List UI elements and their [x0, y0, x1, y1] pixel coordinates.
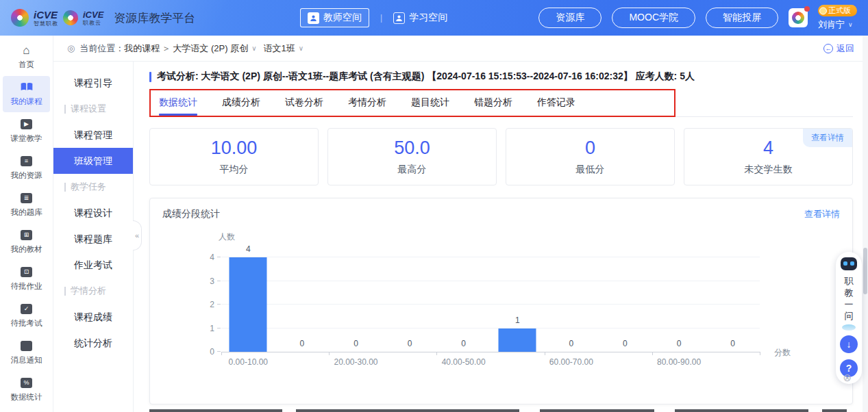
sidebar-item-courses[interactable]: 我的课程 [3, 76, 50, 112]
back-arrow-icon: ← [823, 44, 833, 53]
stats-row: 10.00平均分50.0最高分0最低分4未交学生数查看详情 [149, 128, 853, 185]
submenu-section-4: 教学任务 [53, 174, 133, 200]
submenu-item-5[interactable]: 课程设计 [53, 200, 133, 226]
x-category-label: 0.00-10.00 [229, 357, 268, 367]
y-tick-label: 2 [210, 300, 214, 309]
sidebar-item-textbook[interactable]: ⊞我的教材 [3, 224, 50, 260]
breadcrumb-my-courses[interactable]: 我的课程 [124, 42, 160, 55]
bar-value-label: 4 [246, 244, 251, 254]
robot-assistant-icon[interactable] [841, 257, 857, 270]
sidebar-item-exam[interactable]: ✓待批考试 [3, 298, 50, 334]
user-menu[interactable]: 正式版 刘肯宁 ∨ [818, 5, 857, 31]
title-accent-bar [149, 72, 151, 82]
sidebar-item-homework[interactable]: ⊡待批作业 [3, 261, 50, 297]
y-tick-mark [217, 257, 221, 257]
sidebar-item-question-bank[interactable]: ≣我的题库 [3, 187, 50, 223]
nav-teacher-space[interactable]: 教师空间 [300, 8, 369, 27]
submenu-item-6[interactable]: 课程题库 [53, 226, 133, 252]
header-pill-0[interactable]: 资源库 [538, 8, 602, 28]
sidebar-item-message[interactable]: 消息通知 [3, 335, 50, 371]
tab-4[interactable]: 题目统计 [411, 90, 449, 116]
tab-1[interactable]: 成绩分析 [222, 90, 260, 116]
submenu: « 课程引导课程设置课程管理班级管理教学任务课程设计课程题库作业考试学情分析课程… [53, 62, 134, 412]
app-window: iCVE 智慧职教 iCVE 职教云 资源库教学平台 教师空间 | [0, 0, 868, 412]
submenu-item-3[interactable]: 班级管理 [53, 148, 133, 174]
x-axis-name: 分数 [774, 347, 791, 359]
logo2-sub: 职教云 [83, 21, 103, 26]
nav-learning-space[interactable]: 学习空间 [393, 12, 447, 24]
question-bank-icon: ≣ [21, 193, 32, 203]
x-tick-mark [329, 352, 330, 355]
sidebar-item-label: 我的课程 [3, 96, 50, 107]
assistant-widget[interactable]: 职教一问 ↓ ? [836, 252, 862, 384]
statistics-icon: % [21, 378, 32, 388]
chart-slot-9: 0 [706, 257, 760, 352]
teacher-space-label: 教师空间 [323, 12, 362, 24]
x-category-label: 20.00-30.00 [334, 357, 377, 367]
tab-3[interactable]: 考情分析 [348, 90, 386, 116]
sidebar-item-label: 数据统计 [3, 392, 50, 402]
submenu-item-7[interactable]: 作业考试 [53, 252, 133, 278]
stats-view-detail-button[interactable]: 查看详情 [803, 129, 852, 147]
stat-value: 4 [763, 138, 773, 159]
submenu-section-label: 课程设置 [71, 103, 106, 115]
sidebar-item-resources[interactable]: ≡我的资源 [3, 150, 50, 186]
assistant-label-char: 教 [845, 287, 854, 298]
tabs-zone: 数据统计成绩分析试卷分析考情分析题目统计错题分析作答记录 [149, 89, 853, 117]
header-pill-1[interactable]: MOOC学院 [612, 8, 695, 28]
breadcrumb-class-dropdown[interactable]: 语文1班 [263, 42, 295, 55]
tab-2[interactable]: 试卷分析 [285, 90, 323, 116]
y-axis-name: 人数 [219, 231, 235, 243]
tab-5[interactable]: 错题分析 [474, 90, 512, 116]
user-chevron-down-icon: ∨ [848, 21, 853, 28]
stat-label: 未交学生数 [745, 164, 793, 176]
breadcrumb-label: 当前位置： [79, 42, 124, 55]
y-tick-label: 3 [210, 276, 214, 286]
submenu-item-2[interactable]: 课程管理 [53, 122, 133, 148]
header-pills: 资源库MOOC学院智能投屏 [538, 8, 778, 28]
class-chevron-down-icon[interactable]: ∨ [299, 44, 303, 52]
scrollbar-thumb[interactable] [863, 248, 867, 294]
back-button[interactable]: ← 返回 [823, 42, 854, 55]
tab-0[interactable]: 数据统计 [159, 90, 197, 116]
header-pill-2[interactable]: 智能投屏 [706, 8, 778, 28]
chart-slot-4: 040.00-50.00 [436, 257, 491, 352]
homework-icon: ⊡ [21, 267, 32, 277]
sidebar-item-apps[interactable]: 第三方应用 [3, 409, 50, 412]
splash-decoration-icon [842, 324, 856, 331]
annotation-red-box: 数据统计成绩分析试卷分析考情分析题目统计错题分析作答记录 [149, 89, 675, 117]
submenu-item-0[interactable]: 课程引导 [53, 70, 133, 96]
score-segment-panel: 成绩分段统计 查看详情 人数 分数 0123440.00-10.000020.0… [149, 198, 853, 404]
submenu-item-9[interactable]: 课程成绩 [53, 304, 133, 330]
bar-value-label: 0 [408, 339, 412, 348]
chart-slot-2: 020.00-30.00 [329, 257, 383, 352]
logo1-sub: 智慧职教 [34, 21, 58, 27]
assistant-close-button[interactable]: ⊗ [843, 372, 852, 384]
submenu-item-10[interactable]: 统计分析 [53, 330, 133, 356]
bar-value-label: 1 [515, 316, 520, 325]
sidebar-item-home[interactable]: ⌂首页 [3, 39, 50, 75]
x-tick-mark [652, 352, 653, 355]
stat-label: 平均分 [220, 164, 249, 176]
bar-0.00-10.00 [230, 257, 267, 352]
courses-icon [20, 82, 34, 92]
tab-6[interactable]: 作答记录 [537, 90, 575, 116]
submenu-collapse-button[interactable]: « [133, 220, 142, 250]
course-chevron-down-icon[interactable]: ∨ [251, 44, 256, 52]
breadcrumb-course-dropdown[interactable]: 大学语文 (2P) 原创 [173, 42, 248, 55]
stat-card-3: 4未交学生数查看详情 [684, 128, 853, 185]
download-button[interactable]: ↓ [840, 335, 858, 353]
scrollbar-track[interactable] [863, 36, 868, 412]
x-category-label: 60.00-70.00 [549, 357, 593, 367]
chart-view-detail-link[interactable]: 查看详情 [804, 208, 840, 220]
chart-slot-7: 0 [598, 257, 652, 352]
sidebar-item-classroom[interactable]: ▶课堂教学 [3, 113, 50, 149]
collapse-icon: « [135, 231, 139, 240]
sidebar-item-statistics[interactable]: %数据统计 [3, 372, 50, 408]
y-tick-mark [217, 351, 221, 352]
assistant-label: 职教一问 [845, 275, 854, 322]
sidebar-item-label: 课堂教学 [3, 133, 50, 144]
user-name: 刘肯宁 [818, 18, 845, 31]
y-tick-mark [217, 281, 221, 281]
avatar[interactable] [789, 8, 808, 27]
